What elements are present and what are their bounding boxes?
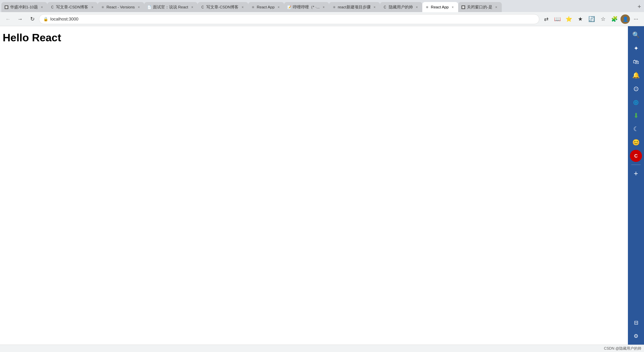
tab-4-close[interactable]: × [190, 4, 195, 10]
tab-5-label: 写文章-CSDN博客 [206, 5, 238, 10]
tab-7-close[interactable]: × [321, 4, 326, 10]
address-bar[interactable]: 🔒 localhost:3000 [39, 14, 539, 24]
tab-11-label: 关闭窗口的-是 [467, 5, 492, 10]
sidebar-bottom: ⊟ ⚙ [630, 316, 642, 342]
tab-7-favicon: 📝 [287, 5, 291, 9]
download-icon[interactable]: ⬇ [630, 109, 642, 122]
content-area: Hello React 🔍 ✦ 🛍 🔔 ⊙ ◎ ⬇ ☾ 😊 C + ⊟ ⚙ [0, 26, 644, 345]
lock-icon: 🔒 [43, 17, 48, 21]
tab-8-label: react新建项目步骤 [338, 5, 371, 10]
browser-frame: 🔲华盛冲刺1-10题×C写文章-CSDN博客×⚛React - Versions… [0, 0, 644, 352]
sync-icon[interactable]: 🔄 [586, 14, 597, 25]
tab-1-close[interactable]: × [39, 4, 45, 10]
tab-bar-tabs: 🔲华盛冲刺1-10题×C写文章-CSDN博客×⚛React - Versions… [1, 2, 635, 12]
tab-11[interactable]: 🔲关闭窗口的-是× [458, 2, 502, 12]
tab-8-close[interactable]: × [372, 4, 377, 10]
dark-mode-icon[interactable]: ☾ [630, 123, 642, 135]
emoji-icon[interactable]: 😊 [630, 136, 642, 148]
favorites-bar-icon[interactable]: ☆ [598, 14, 608, 25]
tab-1-favicon: 🔲 [4, 5, 9, 9]
search-sidebar-icon[interactable]: 🔍 [630, 29, 642, 41]
tab-1-label: 华盛冲刺1-10题 [10, 5, 38, 10]
tab-3-label: React - Versions [106, 5, 135, 9]
tab-8[interactable]: ⚛react新建项目步骤× [329, 2, 380, 12]
status-right: CSDN @隐藏用户的帅 [604, 346, 641, 351]
tab-3-favicon: ⚛ [100, 5, 105, 9]
csdn-icon[interactable]: C [630, 150, 642, 162]
tab-4-favicon: 📄 [147, 5, 152, 9]
add-extension-icon[interactable]: + [630, 168, 642, 180]
tab-2-label: 写文章-CSDN博客 [56, 5, 88, 10]
translate-icon[interactable]: ⇄ [541, 14, 551, 25]
tab-9-favicon: C [383, 5, 387, 9]
forward-button[interactable]: → [15, 14, 25, 25]
add-tab-button[interactable]: + [635, 2, 644, 11]
tab-7[interactable]: 📝哔哩哔哩（* ·...× [284, 2, 329, 12]
favorites-icon[interactable]: ★ [575, 14, 586, 25]
toolbar-right: ⇄ 📖 ⭐ ★ 🔄 ☆ 🧩 👤 ··· [541, 14, 641, 25]
tab-8-favicon: ⚛ [332, 5, 336, 9]
address-url: localhost:3000 [50, 16, 535, 21]
tab-5[interactable]: C写文章-CSDN博客× [198, 2, 248, 12]
refresh-button[interactable]: ↻ [27, 14, 38, 25]
back-button[interactable]: ← [3, 14, 13, 25]
tab-6-label: React App [257, 5, 275, 9]
analytics-icon[interactable]: ◎ [630, 96, 642, 108]
tab-3[interactable]: ⚛React - Versions× [98, 2, 144, 12]
tab-5-favicon: C [200, 5, 205, 9]
tab-10[interactable]: ⚛React App× [422, 2, 458, 12]
tab-10-close[interactable]: × [450, 4, 455, 10]
reading-mode-icon[interactable]: 📖 [552, 14, 563, 25]
status-text: CSDN @隐藏用户的帅 [604, 346, 641, 351]
tab-10-label: React App [431, 5, 449, 9]
sidebar-separator [631, 165, 641, 165]
tab-6-favicon: ⚛ [251, 5, 256, 9]
page-content: Hello React [0, 26, 628, 345]
collections-icon[interactable]: ⭐ [564, 14, 574, 25]
settings-icon[interactable]: ⚙ [630, 330, 642, 342]
more-options-button[interactable]: ··· [631, 14, 641, 25]
tab-4-label: 面试官：说说 React [153, 5, 188, 10]
copilot-icon[interactable]: ✦ [630, 42, 642, 54]
tab-5-close[interactable]: × [240, 4, 246, 10]
github-icon[interactable]: ⊙ [630, 83, 642, 95]
tab-2-close[interactable]: × [90, 4, 95, 10]
tab-6-close[interactable]: × [276, 4, 281, 10]
tab-10-favicon: ⚛ [425, 5, 430, 9]
tab-11-favicon: 🔲 [461, 5, 466, 9]
page-heading: Hello React [3, 32, 625, 44]
tab-6[interactable]: ⚛React App× [248, 2, 284, 12]
notification-icon[interactable]: 🔔 [630, 69, 642, 81]
tab-1[interactable]: 🔲华盛冲刺1-10题× [1, 2, 47, 12]
right-sidebar: 🔍 ✦ 🛍 🔔 ⊙ ◎ ⬇ ☾ 😊 C + ⊟ ⚙ [628, 26, 644, 345]
tab-2[interactable]: C写文章-CSDN博客× [47, 2, 98, 12]
extensions-icon[interactable]: 🧩 [609, 14, 620, 25]
tab-bar: 🔲华盛冲刺1-10题×C写文章-CSDN博客×⚛React - Versions… [0, 0, 644, 12]
status-bar: CSDN @隐藏用户的帅 [0, 345, 644, 352]
tab-2-favicon: C [50, 5, 55, 9]
tab-4[interactable]: 📄面试官：说说 React× [144, 2, 198, 12]
shopping-icon[interactable]: 🛍 [630, 56, 642, 68]
tab-9-label: 隐藏用户的帅 [389, 5, 413, 10]
tab-9[interactable]: C隐藏用户的帅× [380, 2, 422, 12]
tab-9-close[interactable]: × [414, 4, 420, 10]
user-avatar[interactable]: 👤 [621, 14, 630, 24]
tab-11-close[interactable]: × [494, 4, 499, 10]
split-screen-icon[interactable]: ⊟ [630, 316, 642, 328]
toolbar: ← → ↻ 🔒 localhost:3000 ⇄ 📖 ⭐ ★ 🔄 ☆ 🧩 👤 ·… [0, 12, 644, 26]
tab-7-label: 哔哩哔哩（* ·... [293, 5, 320, 10]
tab-3-close[interactable]: × [136, 4, 142, 10]
